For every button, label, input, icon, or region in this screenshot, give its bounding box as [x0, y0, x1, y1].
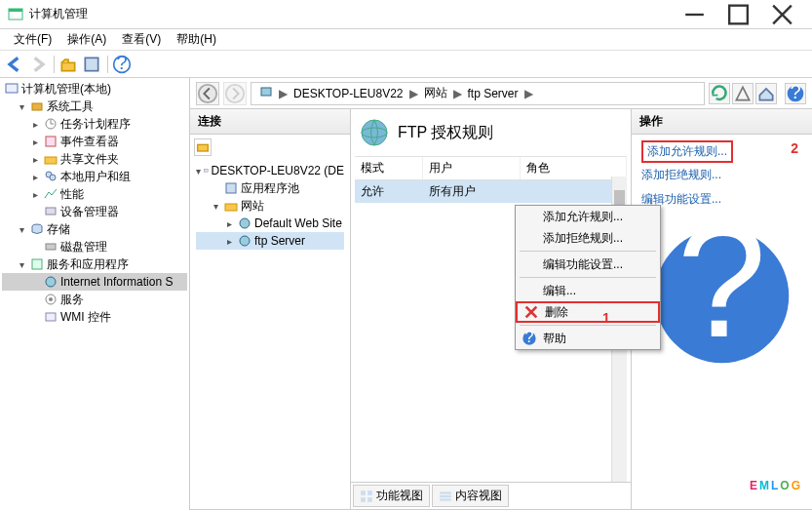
svg-rect-39: [367, 490, 372, 495]
menu-file[interactable]: 文件(F): [6, 29, 59, 50]
tree-system-tools[interactable]: ▾系统工具: [2, 98, 187, 115]
svg-rect-11: [32, 103, 42, 110]
svg-rect-19: [46, 244, 56, 250]
svg-point-21: [46, 277, 56, 287]
ctx-edit[interactable]: 编辑...: [516, 280, 660, 301]
breadcrumb-home-icon[interactable]: [255, 85, 277, 101]
window-title: 计算机管理: [29, 6, 673, 22]
action-add-allow[interactable]: 添加允许规则...: [641, 140, 733, 163]
grid-row[interactable]: 允许 所有用户: [355, 180, 627, 203]
svg-rect-41: [367, 497, 372, 502]
svg-rect-44: [440, 498, 451, 500]
refresh-button[interactable]: [709, 83, 730, 104]
svg-rect-17: [46, 208, 56, 215]
svg-rect-14: [45, 157, 57, 164]
tree-event-viewer[interactable]: ▸事件查看器: [2, 133, 187, 150]
toolbar: ?: [0, 51, 812, 78]
svg-rect-27: [261, 88, 271, 96]
tab-content-view[interactable]: 内容视图: [432, 485, 509, 507]
svg-text:?: ?: [677, 216, 767, 371]
menu-action[interactable]: 操作(A): [59, 29, 114, 50]
tab-features-view[interactable]: 功能视图: [353, 485, 430, 507]
svg-rect-40: [361, 497, 366, 502]
tree-task-scheduler[interactable]: ▸任务计划程序: [2, 115, 187, 133]
svg-rect-6: [61, 62, 74, 70]
maximize-button[interactable]: [716, 1, 760, 28]
svg-rect-13: [46, 137, 56, 146]
tree-performance[interactable]: ▸性能: [2, 185, 187, 203]
tree-iis[interactable]: Internet Information S: [2, 273, 187, 291]
svg-rect-33: [225, 204, 237, 211]
breadcrumb-server[interactable]: DESKTOP-LEU8V22: [290, 87, 407, 100]
svg-point-16: [50, 175, 56, 180]
cell-mode: 允许: [355, 180, 423, 203]
tree-device-manager[interactable]: 设备管理器: [2, 203, 187, 220]
tree-disk-mgmt[interactable]: 磁盘管理: [2, 238, 187, 255]
close-button[interactable]: [760, 1, 804, 28]
svg-point-23: [49, 297, 53, 301]
iis-help-button[interactable]: ?: [785, 83, 806, 104]
svg-point-34: [240, 218, 250, 228]
svg-rect-24: [46, 313, 56, 321]
svg-rect-32: [226, 183, 236, 193]
nav-forward-button[interactable]: [223, 82, 247, 105]
conn-ftp-server[interactable]: ▸ftp Server: [196, 232, 344, 250]
back-button[interactable]: [4, 54, 25, 75]
grid-header-user[interactable]: 用户: [423, 157, 521, 179]
features-view-icon: [360, 490, 373, 503]
svg-rect-30: [198, 144, 209, 151]
app-icon: [8, 7, 23, 22]
ctx-add-allow[interactable]: 添加允许规则...: [516, 206, 660, 227]
properties-button[interactable]: [81, 54, 102, 75]
svg-rect-42: [440, 491, 451, 493]
action-edit-settings[interactable]: 编辑功能设置...: [641, 187, 802, 212]
watermark-logo: EMLOG: [750, 447, 802, 500]
menu-view[interactable]: 查看(V): [114, 29, 169, 50]
svg-text:?: ?: [116, 55, 127, 73]
forward-button[interactable]: [27, 54, 49, 75]
action-add-deny[interactable]: 添加拒绝规则...: [641, 163, 802, 187]
breadcrumb[interactable]: ▶ DESKTOP-LEU8V22 ▶ 网站 ▶ ftp Server ▶: [251, 82, 705, 105]
tree-services-apps[interactable]: ▾服务和应用程序: [2, 255, 187, 273]
up-button[interactable]: [58, 54, 79, 75]
actions-header: 操作: [632, 109, 812, 135]
tree-shared-folders[interactable]: ▸共享文件夹: [2, 150, 187, 168]
nav-back-button[interactable]: [196, 82, 219, 105]
ctx-delete[interactable]: 删除: [516, 301, 660, 323]
breadcrumb-sep: ▶: [277, 87, 290, 100]
ctx-help[interactable]: ? 帮助: [516, 328, 660, 349]
content-view-icon: [439, 490, 452, 503]
tree-wmi[interactable]: WMI 控件: [2, 308, 187, 326]
connections-pane: 连接 ▾DESKTOP-LEU8V22 (DE 应用程序池 ▾网站 ▸Defau…: [190, 109, 351, 509]
breadcrumb-sites[interactable]: 网站: [420, 85, 451, 101]
ctx-edit-settings[interactable]: 编辑功能设置...: [516, 254, 660, 275]
help-button[interactable]: ?: [111, 54, 133, 75]
iis-address-bar: ▶ DESKTOP-LEU8V22 ▶ 网站 ▶ ftp Server ▶ ?: [190, 78, 812, 109]
conn-app-pools[interactable]: 应用程序池: [196, 179, 344, 197]
tree-root[interactable]: 计算机管理(本地): [2, 80, 187, 98]
ctx-add-deny[interactable]: 添加拒绝规则...: [516, 227, 660, 249]
connections-header: 连接: [190, 109, 350, 135]
minimize-button[interactable]: [673, 1, 716, 28]
tree-local-users[interactable]: ▸本地用户和组: [2, 168, 187, 185]
home-button[interactable]: [755, 83, 777, 104]
conn-sites[interactable]: ▾网站: [196, 197, 344, 215]
conn-default-site[interactable]: ▸Default Web Site: [196, 215, 344, 232]
conn-server[interactable]: ▾DESKTOP-LEU8V22 (DE: [196, 162, 344, 179]
menu-help[interactable]: 帮助(H): [169, 29, 224, 50]
tree-services[interactable]: 服务: [2, 291, 187, 308]
connections-tool-icon[interactable]: [194, 138, 212, 156]
title-bar: 计算机管理: [0, 0, 812, 29]
action-help[interactable]: ?: [641, 212, 802, 380]
svg-rect-31: [204, 169, 208, 172]
annotation-2: 2: [791, 140, 798, 156]
svg-rect-38: [361, 490, 366, 495]
svg-rect-1: [9, 9, 22, 12]
tree-storage[interactable]: ▾存储: [2, 220, 187, 238]
stop-button[interactable]: [732, 83, 754, 104]
svg-rect-10: [6, 84, 18, 93]
breadcrumb-ftp[interactable]: ftp Server: [464, 87, 522, 100]
grid-header-mode[interactable]: 模式: [355, 157, 423, 179]
svg-rect-20: [32, 259, 42, 269]
feature-icon: [359, 117, 390, 148]
